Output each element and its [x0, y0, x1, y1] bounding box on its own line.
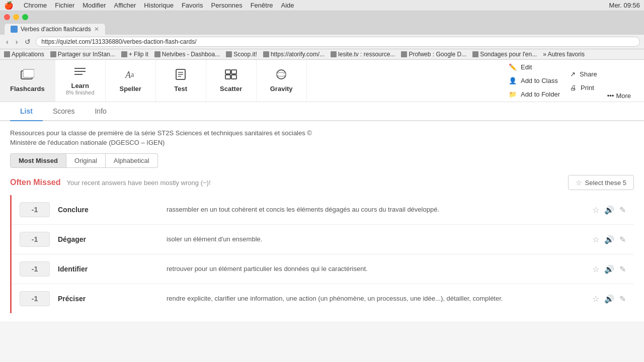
learn-icon: [73, 66, 87, 80]
minimize-window-button[interactable]: [13, 14, 19, 20]
bookmark-label: Sondages pour l'en...: [480, 51, 537, 58]
address-bar[interactable]: https://quizlet.com/131336880/verbes-dac…: [36, 37, 640, 47]
add-to-folder-button[interactable]: 📁 Add to Folder: [504, 88, 565, 100]
bookmark-profweb[interactable]: Profweb : Google D...: [401, 51, 466, 58]
edit-card-button[interactable]: ✎: [619, 205, 626, 215]
bookmark-icon: [154, 51, 160, 57]
share-icon: ↗: [570, 70, 576, 78]
flashcards-label: Flashcards: [10, 85, 45, 93]
bookmark-label: Netvibes - Dashboa...: [162, 51, 220, 58]
bookmark-atorify[interactable]: https://atorify.com/...: [263, 51, 325, 58]
tab-scores[interactable]: Scores: [43, 102, 85, 121]
cards-list: -1 Conclure rassembler en un tout cohére…: [10, 195, 634, 313]
menu-fichier[interactable]: Fichier: [55, 2, 74, 9]
bookmark-partager[interactable]: Partager sur InStan...: [50, 51, 115, 58]
edit-card-button[interactable]: ✎: [619, 264, 626, 274]
share-label: Share: [580, 70, 597, 78]
menu-aide[interactable]: Aide: [281, 2, 294, 9]
menu-personnes[interactable]: Personnes: [211, 2, 243, 9]
bookmark-label: https://atorify.com/...: [271, 51, 325, 58]
bookmark-lesite[interactable]: lesite.tv : ressource...: [331, 51, 395, 58]
tab-close-button[interactable]: ✕: [94, 26, 99, 33]
scatter-label: Scatter: [220, 85, 242, 93]
app-name[interactable]: Chrome: [24, 2, 47, 9]
bookmarks-bar: Applications Partager sur InStan... + Fl…: [0, 49, 644, 60]
filter-most-missed[interactable]: Most Missed: [10, 153, 66, 168]
close-window-button[interactable]: [4, 14, 10, 20]
bookmark-icon: [4, 51, 10, 57]
tab-favicon: [11, 26, 18, 33]
toolbar-actions: ✏️ Edit 👤 Add to Class 📁 Add to Folder ↗…: [496, 60, 644, 102]
card-term: Préciser: [58, 295, 158, 303]
star-button[interactable]: ☆: [592, 264, 599, 274]
tab-bar: List Scores Info: [0, 102, 644, 121]
tab-list[interactable]: List: [10, 102, 43, 121]
star-button[interactable]: ☆: [592, 294, 599, 304]
tab-title: Verbes d'action flashcards: [21, 26, 91, 33]
section-header: Often Missed Your recent answers have be…: [10, 175, 634, 190]
forward-button[interactable]: ›: [14, 37, 20, 47]
card-definition: rassembler en un tout cohérent et concis…: [167, 205, 584, 215]
bookmark-scoop[interactable]: Scoop.it!: [226, 51, 257, 58]
menu-fenetre[interactable]: Fenêtre: [251, 2, 273, 9]
add-to-class-button[interactable]: 👤 Add to Class: [504, 75, 565, 86]
star-button[interactable]: ☆: [592, 205, 599, 215]
tool-flashcards[interactable]: Flashcards: [0, 60, 55, 102]
browser-tab-active[interactable]: Verbes d'action flashcards ✕: [4, 23, 106, 35]
share-button[interactable]: ↗ Share: [565, 68, 602, 80]
audio-button[interactable]: 🔊: [604, 294, 614, 304]
edit-card-button[interactable]: ✎: [619, 235, 626, 244]
audio-button[interactable]: 🔊: [604, 205, 614, 215]
more-dots-icon: •••: [607, 92, 614, 100]
edit-button[interactable]: ✏️ Edit: [504, 61, 565, 73]
menu-favoris[interactable]: Favoris: [182, 2, 203, 9]
tool-test[interactable]: Test: [156, 60, 206, 102]
tool-learn[interactable]: Learn 8% finished: [55, 60, 106, 102]
speller-label: Speller: [119, 85, 141, 93]
bookmark-sondages[interactable]: Sondages pour l'en...: [472, 51, 537, 58]
bookmark-label: » Autres favoris: [543, 51, 585, 58]
bookmark-label: + Flip it: [129, 51, 148, 58]
star-button[interactable]: ☆: [592, 235, 599, 244]
bookmark-netvibes[interactable]: Netvibes - Dashboa...: [154, 51, 220, 58]
edit-card-button[interactable]: ✎: [619, 294, 626, 304]
back-button[interactable]: ‹: [4, 37, 11, 47]
bookmark-applications[interactable]: Applications: [4, 51, 44, 58]
svg-point-16: [277, 72, 286, 76]
maximize-window-button[interactable]: [22, 14, 28, 20]
test-icon: [174, 69, 187, 83]
audio-button[interactable]: 🔊: [604, 264, 614, 274]
test-label: Test: [174, 85, 187, 93]
add-folder-label: Add to Folder: [521, 90, 560, 98]
mac-menubar: 🍎 Chrome Fichier Modifier Afficher Histo…: [0, 0, 644, 11]
learn-label: Learn: [71, 82, 89, 89]
tool-gravity[interactable]: Gravity: [257, 60, 307, 102]
tool-speller[interactable]: A a Speller: [106, 60, 156, 102]
section-subtitle: Your recent answers have been mostly wro…: [66, 179, 210, 187]
reload-button[interactable]: ↺: [23, 37, 33, 47]
bookmark-label: lesite.tv : ressource...: [338, 51, 395, 58]
bookmark-icon: [50, 51, 56, 57]
menu-afficher[interactable]: Afficher: [114, 2, 136, 9]
url-text: https://quizlet.com/131336880/verbes-dac…: [41, 38, 196, 45]
filter-alphabetical[interactable]: Alphabetical: [106, 153, 158, 168]
print-label: Print: [581, 84, 594, 92]
menu-historique[interactable]: Historique: [144, 2, 174, 9]
select-these-button[interactable]: ☆ Select these 5: [568, 175, 634, 190]
print-button[interactable]: 🖨 Print: [565, 82, 602, 94]
audio-button[interactable]: 🔊: [604, 235, 614, 244]
bookmark-flipit[interactable]: + Flip it: [121, 51, 148, 58]
more-button[interactable]: ••• More: [602, 90, 636, 102]
tab-info[interactable]: Info: [85, 102, 116, 121]
bookmark-autres[interactable]: » Autres favoris: [543, 51, 585, 58]
star-icon: ☆: [576, 178, 582, 187]
filter-original[interactable]: Original: [66, 153, 106, 168]
card-actions: ☆ 🔊 ✎: [592, 264, 626, 274]
apple-menu[interactable]: 🍎: [4, 1, 14, 10]
menu-modifier[interactable]: Modifier: [83, 2, 106, 9]
bookmark-icon: [121, 51, 127, 57]
scatter-icon: [224, 69, 237, 83]
tool-scatter[interactable]: Scatter: [206, 60, 257, 102]
description-line-1: Ressources pour la classe de première de…: [10, 129, 634, 137]
learn-sublabel: 8% finished: [66, 89, 95, 96]
